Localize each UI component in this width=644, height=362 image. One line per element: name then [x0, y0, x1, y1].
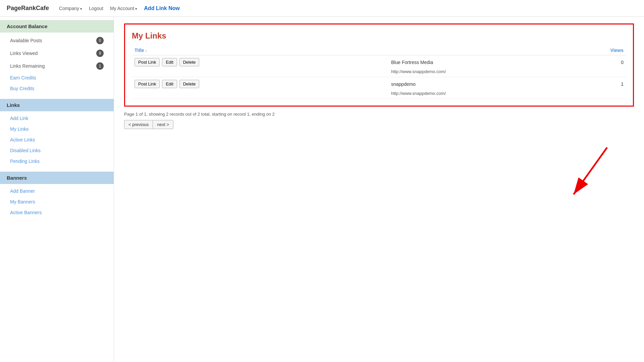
table-row-url: http://www.snappdemo.com/ — [132, 68, 626, 77]
row2-url: http://www.snappdemo.com/ — [388, 90, 626, 99]
sidebar-add-link[interactable]: Add Link — [0, 113, 114, 124]
pagination-info: Page 1 of 1, showing 2 records out of 2 … — [124, 112, 634, 117]
red-arrow-annotation — [564, 144, 617, 205]
sidebar-active-links[interactable]: Active Links — [0, 134, 114, 145]
row2-views: 1 — [559, 77, 626, 90]
layout: Account Balance Available Posts 0 Links … — [0, 17, 644, 362]
col-views-header: Views — [559, 46, 626, 55]
row1-views: 0 — [559, 55, 626, 69]
row2-title: snappdemo — [388, 77, 559, 90]
links-table: Title Views Post Link Edit Delete Blue F… — [132, 46, 626, 99]
sidebar-add-banner[interactable]: Add Banner — [0, 186, 114, 196]
sidebar-active-banners[interactable]: Active Banners — [0, 207, 114, 218]
table-row-url: http://www.snappdemo.com/ — [132, 90, 626, 99]
delete-button-2[interactable]: Delete — [179, 80, 200, 88]
company-menu[interactable]: Company — [59, 6, 82, 11]
table-row: Post Link Edit Delete Blue Fortress Medi… — [132, 55, 626, 69]
svg-line-1 — [574, 147, 607, 194]
badge-links-viewed: 9 — [96, 50, 104, 57]
table-row: Post Link Edit Delete snappdemo 1 — [132, 77, 626, 90]
row2-post-cell: Post Link Edit Delete — [132, 77, 388, 90]
post-link-button-1[interactable]: Post Link — [135, 58, 160, 66]
sidebar-item-links-remaining[interactable]: Links Remaining 1 — [0, 60, 114, 72]
my-links-box: My Links Title Views Post Link — [124, 23, 634, 107]
edit-button-2[interactable]: Edit — [162, 80, 177, 88]
buy-credits-link[interactable]: Buy Credits — [0, 83, 114, 94]
earn-credits-link[interactable]: Earn Credits — [0, 72, 114, 83]
banners-section-header: Banners — [0, 172, 114, 184]
sidebar-label-available-posts: Available Posts — [10, 38, 42, 43]
addlink-button[interactable]: Add Link Now — [144, 5, 180, 11]
pagination-buttons: < previous next > — [124, 120, 634, 129]
sidebar-disabled-links[interactable]: Disabled Links — [0, 145, 114, 156]
row1-title: Blue Fortress Media — [388, 55, 559, 69]
logout-link[interactable]: Logout — [89, 6, 103, 11]
badge-available-posts: 0 — [96, 37, 104, 44]
main-content: My Links Title Views Post Link — [114, 17, 644, 362]
edit-button-1[interactable]: Edit — [162, 58, 177, 66]
previous-button[interactable]: < previous — [124, 120, 153, 129]
account-balance-header: Account Balance — [0, 20, 114, 33]
col-title-header: Title — [132, 46, 559, 55]
brand-logo: PageRankCafe — [7, 5, 49, 12]
links-section-header: Links — [0, 99, 114, 111]
myaccount-menu[interactable]: My Account — [110, 6, 137, 11]
sidebar-pending-links[interactable]: Pending Links — [0, 156, 114, 167]
sidebar: Account Balance Available Posts 0 Links … — [0, 17, 114, 362]
page-title: My Links — [132, 31, 626, 41]
next-button[interactable]: next > — [153, 120, 173, 129]
sidebar-label-links-remaining: Links Remaining — [10, 63, 45, 69]
sidebar-item-available-posts[interactable]: Available Posts 0 — [0, 34, 114, 47]
sidebar-label-links-viewed: Links Viewed — [10, 51, 38, 56]
post-link-button-2[interactable]: Post Link — [135, 80, 160, 88]
sidebar-item-links-viewed[interactable]: Links Viewed 9 — [0, 47, 114, 60]
nav-links: Company Logout My Account Add Link Now — [59, 5, 180, 11]
sidebar-my-links[interactable]: My Links — [0, 124, 114, 134]
navbar: PageRankCafe Company Logout My Account A… — [0, 0, 644, 17]
delete-button-1[interactable]: Delete — [179, 58, 200, 66]
row1-post-cell: Post Link Edit Delete — [132, 55, 388, 69]
badge-links-remaining: 1 — [96, 62, 104, 70]
sidebar-my-banners[interactable]: My Banners — [0, 196, 114, 207]
row1-url: http://www.snappdemo.com/ — [388, 68, 626, 77]
title-sort[interactable]: Title — [135, 48, 147, 53]
